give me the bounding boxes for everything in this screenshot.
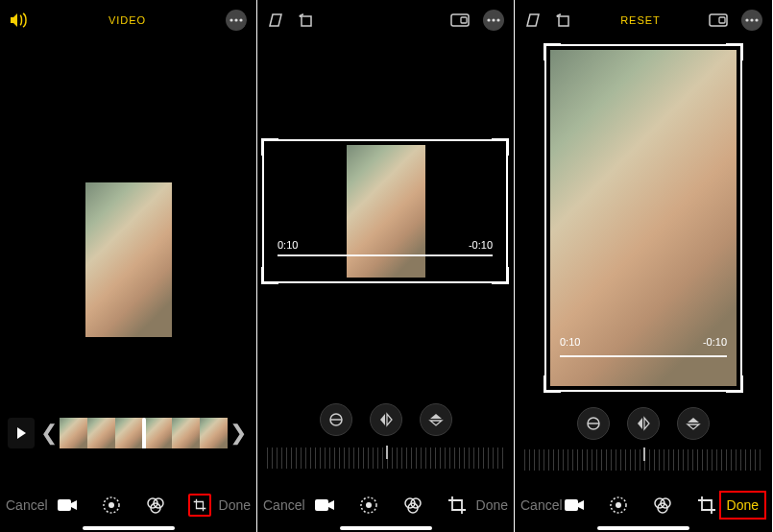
editor-pane-1: VIDEO ❮ ❯ Cancel Done (0, 0, 257, 532)
flip-horizontal-icon[interactable] (370, 403, 402, 436)
time-elapsed: 0:10 (278, 239, 298, 251)
crop-round-buttons (515, 407, 772, 440)
flip-vertical-icon[interactable] (420, 403, 452, 436)
bottom-toolbar: Cancel Done (257, 484, 514, 526)
trim-handle-right[interactable]: ❯ (228, 421, 249, 446)
svg-rect-10 (451, 14, 469, 26)
ruler-center-tick (643, 447, 645, 461)
flip-horizontal-icon[interactable] (627, 407, 660, 440)
reset-button[interactable]: RESET (620, 14, 661, 26)
adjust-icon[interactable] (100, 494, 123, 517)
video-mode-icon[interactable] (56, 494, 79, 517)
svg-point-12 (487, 18, 490, 21)
angle-ruler[interactable] (524, 449, 762, 471)
crop-handle-tl[interactable] (261, 138, 278, 156)
playhead[interactable] (142, 418, 146, 448)
svg-rect-11 (461, 17, 467, 23)
time-remaining: -0:10 (469, 239, 493, 251)
filters-icon[interactable] (401, 494, 424, 517)
volume-icon[interactable] (10, 12, 29, 28)
cancel-button[interactable]: Cancel (520, 497, 563, 513)
scrub-line[interactable] (278, 254, 493, 256)
time-overlay: 0:10 -0:10 (278, 239, 493, 251)
crop-icon[interactable] (446, 494, 469, 517)
svg-rect-25 (719, 17, 725, 23)
svg-rect-23 (559, 16, 568, 26)
top-bar: VIDEO (0, 0, 256, 40)
filters-icon[interactable] (651, 494, 674, 517)
done-button[interactable]: Done (476, 497, 508, 513)
svg-rect-9 (302, 16, 311, 26)
done-label: Done (727, 497, 759, 513)
svg-point-5 (109, 502, 114, 508)
svg-rect-17 (315, 499, 328, 511)
editor-pane-3: RESET 0:10 -0:10 Cancel Done (515, 0, 773, 532)
svg-point-0 (229, 18, 232, 21)
done-button[interactable]: Done (219, 497, 251, 513)
ruler-center-tick (386, 446, 388, 459)
svg-rect-24 (710, 14, 727, 26)
svg-rect-3 (58, 499, 71, 511)
svg-point-27 (750, 18, 753, 21)
timeline[interactable]: ❮ ❯ (8, 415, 249, 451)
trim-handle-left[interactable]: ❮ (38, 421, 60, 446)
time-remaining: -0:10 (703, 336, 727, 348)
crop-icon[interactable] (188, 494, 211, 517)
straighten-icon[interactable] (577, 407, 610, 440)
crop-handle-tr[interactable] (492, 138, 509, 156)
time-overlay: 0:10 -0:10 (560, 336, 727, 348)
aspect-icon[interactable] (709, 13, 728, 27)
top-bar (257, 0, 514, 40)
timeline-thumbnails[interactable] (60, 418, 228, 448)
done-button-highlighted[interactable]: Done (719, 491, 766, 520)
play-button[interactable] (8, 418, 35, 448)
more-icon[interactable] (226, 10, 247, 31)
svg-point-2 (239, 18, 242, 21)
flip-vertical-icon[interactable] (677, 407, 710, 440)
crop-icon[interactable] (695, 494, 718, 517)
scrub-line[interactable] (560, 355, 727, 357)
svg-point-28 (755, 18, 758, 21)
skew-icon[interactable] (524, 12, 542, 28)
more-icon[interactable] (741, 10, 762, 31)
svg-point-26 (745, 18, 748, 21)
svg-point-33 (616, 502, 621, 508)
time-elapsed: 0:10 (560, 336, 580, 348)
cancel-button[interactable]: Cancel (6, 497, 48, 513)
filters-icon[interactable] (144, 494, 167, 517)
crop-handle-br[interactable] (492, 267, 509, 284)
svg-point-1 (234, 18, 237, 21)
bottom-toolbar: Cancel Done (515, 484, 772, 526)
rotate-icon[interactable] (555, 12, 572, 29)
video-content (347, 145, 425, 278)
top-bar: RESET (515, 0, 772, 40)
crop-frame[interactable]: 0:10 -0:10 (544, 44, 742, 392)
svg-rect-31 (565, 499, 578, 511)
more-icon[interactable] (483, 10, 504, 31)
adjust-icon[interactable] (357, 494, 380, 517)
crop-round-buttons (257, 403, 514, 436)
aspect-icon[interactable] (450, 13, 470, 27)
svg-point-19 (366, 502, 372, 508)
crop-handle-bl[interactable] (261, 267, 278, 284)
home-indicator (340, 526, 432, 530)
crop-frame[interactable]: 0:10 -0:10 (262, 139, 508, 283)
svg-point-14 (496, 18, 499, 21)
video-mode-icon[interactable] (313, 494, 336, 517)
svg-point-13 (492, 18, 495, 21)
rotate-icon[interactable] (298, 12, 315, 29)
angle-ruler[interactable] (267, 447, 504, 469)
adjust-icon[interactable] (607, 494, 630, 517)
video-mode-icon[interactable] (563, 494, 586, 517)
video-preview[interactable] (85, 182, 172, 337)
mode-title: VIDEO (109, 14, 146, 26)
home-indicator (597, 526, 689, 530)
skew-icon[interactable] (267, 12, 284, 28)
editor-pane-2: 0:10 -0:10 Cancel Done (257, 0, 515, 532)
bottom-toolbar: Cancel Done (0, 484, 256, 526)
home-indicator (83, 526, 175, 530)
straighten-icon[interactable] (320, 403, 352, 436)
play-icon (17, 427, 26, 439)
cancel-button[interactable]: Cancel (263, 497, 305, 513)
